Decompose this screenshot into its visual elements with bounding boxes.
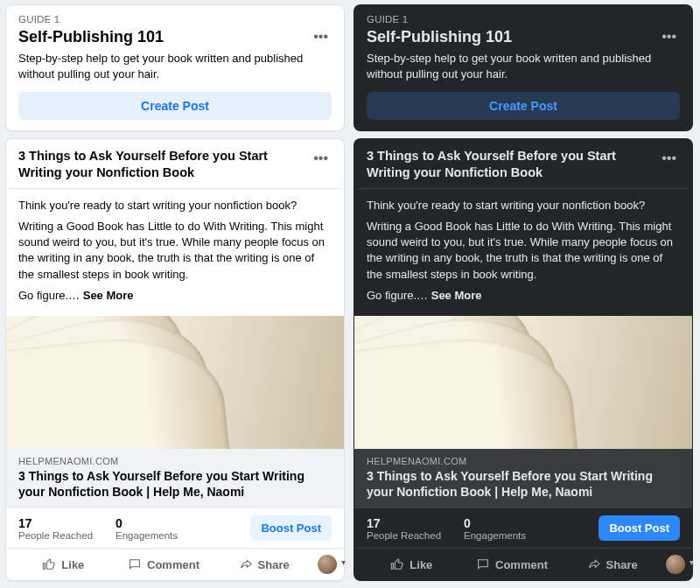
guide-desc: Step-by-step help to get your book writt… xyxy=(18,51,332,81)
post-para-2: Writing a Good Book has Little to do Wit… xyxy=(367,219,680,283)
more-icon[interactable]: ••• xyxy=(658,148,680,181)
action-bar: Like Comment Share xyxy=(6,548,344,580)
guide-card: GUIDE 1 Self-Publishing 101 ••• Step-by-… xyxy=(5,4,345,131)
post-para-1: Think you're ready to start writing your… xyxy=(367,198,680,214)
comment-button[interactable]: Comment xyxy=(462,552,563,577)
create-post-button[interactable]: Create Post xyxy=(18,92,332,120)
more-icon[interactable]: ••• xyxy=(310,148,332,181)
guide-card: GUIDE 1 Self-Publishing 101 ••• Step-by-… xyxy=(354,4,693,131)
share-icon xyxy=(587,557,601,571)
post-para-1: Think you're ready to start writing your… xyxy=(18,198,332,214)
light-column: GUIDE 1 Self-Publishing 101 ••• Step-by-… xyxy=(5,4,345,588)
like-button[interactable]: Like xyxy=(13,552,114,577)
guide-title: Self-Publishing 101 xyxy=(367,28,512,46)
share-audience-button[interactable] xyxy=(318,555,337,574)
post-image[interactable] xyxy=(354,316,692,449)
stat-reach: 17 People Reached xyxy=(18,516,93,541)
more-icon[interactable]: ••• xyxy=(310,26,332,47)
action-bar: Like Comment Share xyxy=(354,548,692,580)
stat-reach: 17 People Reached xyxy=(367,516,441,541)
post-title: 3 Things to Ask Yourself Before you Star… xyxy=(367,148,649,181)
post-image[interactable] xyxy=(6,316,344,449)
like-button[interactable]: Like xyxy=(361,552,462,577)
link-preview[interactable]: HELPMENAOMI.COM 3 Things to Ask Yourself… xyxy=(6,449,344,508)
create-post-button[interactable]: Create Post xyxy=(367,92,680,120)
more-icon[interactable]: ••• xyxy=(658,26,680,47)
guide-label: GUIDE 1 xyxy=(18,14,332,24)
post-title: 3 Things to Ask Yourself Before you Star… xyxy=(18,148,301,181)
boost-post-button[interactable]: Boost Post xyxy=(250,515,332,541)
link-title: 3 Things to Ask Yourself Before you Star… xyxy=(367,468,680,500)
guide-title: Self-Publishing 101 xyxy=(18,28,164,46)
post-body: Think you're ready to start writing your… xyxy=(6,189,344,316)
comment-icon xyxy=(128,557,142,571)
share-icon xyxy=(239,557,253,571)
dark-column: GUIDE 1 Self-Publishing 101 ••• Step-by-… xyxy=(354,4,693,588)
guide-desc: Step-by-step help to get your book writt… xyxy=(367,51,680,81)
post-card: 3 Things to Ask Yourself Before you Star… xyxy=(5,138,345,581)
link-domain: HELPMENAOMI.COM xyxy=(18,456,332,466)
link-title: 3 Things to Ask Yourself Before you Star… xyxy=(18,468,332,500)
stats-row: 17 People Reached 0 Engagements Boost Po… xyxy=(6,508,344,548)
share-audience-button[interactable] xyxy=(666,555,685,574)
stat-engagements: 0 Engagements xyxy=(116,516,178,541)
see-more-link[interactable]: See More xyxy=(80,289,133,302)
post-para-3: Go figure.… See More xyxy=(18,288,332,304)
post-body: Think you're ready to start writing your… xyxy=(354,189,692,316)
post-para-2: Writing a Good Book has Little to do Wit… xyxy=(18,219,332,283)
like-icon xyxy=(42,557,56,571)
post-card: 3 Things to Ask Yourself Before you Star… xyxy=(354,138,693,581)
comment-button[interactable]: Comment xyxy=(114,552,214,577)
share-button[interactable]: Share xyxy=(562,552,662,577)
link-domain: HELPMENAOMI.COM xyxy=(367,456,680,466)
link-preview[interactable]: HELPMENAOMI.COM 3 Things to Ask Yourself… xyxy=(354,449,692,508)
share-button[interactable]: Share xyxy=(214,552,314,577)
post-para-3: Go figure.… See More xyxy=(367,288,680,304)
comment-icon xyxy=(476,557,490,571)
like-icon xyxy=(390,557,404,571)
see-more-link[interactable]: See More xyxy=(428,289,481,302)
guide-label: GUIDE 1 xyxy=(367,14,680,24)
stat-engagements: 0 Engagements xyxy=(464,516,526,541)
stats-row: 17 People Reached 0 Engagements Boost Po… xyxy=(354,508,692,548)
boost-post-button[interactable]: Boost Post xyxy=(598,515,680,541)
